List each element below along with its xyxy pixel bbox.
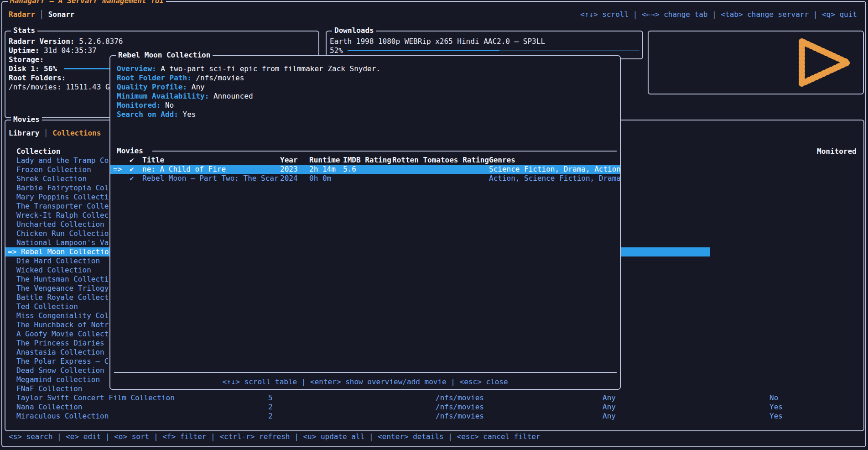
disk-usage-label: Disk 1: 56%	[9, 64, 57, 73]
collection-cell-root-folder: /nfs/movies	[436, 403, 484, 412]
modal-field-label: Monitored:	[117, 101, 161, 110]
collection-row[interactable]: Battle Royale Collect	[16, 293, 109, 302]
collection-row[interactable]: Mary Poppins Collecti	[16, 193, 109, 202]
uptime-value: 31d 04:35:37	[44, 46, 97, 55]
modal-field: Search on Add: Yes	[117, 110, 196, 119]
movies-table-header: Year	[280, 156, 298, 165]
collection-cell-movie-count: 5	[268, 393, 273, 403]
root-folder-value: /nfs/movies: 11511.43 GB	[9, 83, 114, 92]
collection-cell-quality-profile: Any	[603, 403, 616, 412]
collection-row[interactable]: The Vengeance Trilogy	[16, 284, 109, 293]
collection-row[interactable]: A Goofy Movie Collect	[16, 330, 109, 339]
collection-cell-monitored: No	[769, 393, 778, 403]
version-value: 5.2.6.8376	[79, 37, 123, 46]
collection-row[interactable]: Frozen Collection	[16, 165, 91, 174]
movies-tab-divider: │	[39, 129, 52, 137]
modal-field-label: Search on Add:	[117, 110, 178, 119]
modal-field: Minimum Availability: Announced	[117, 92, 253, 101]
collection-row[interactable]: Shrek Collection	[16, 174, 87, 183]
tab-radarr[interactable]: Radarr	[9, 10, 35, 19]
modal-field-value: Announced	[209, 92, 253, 100]
collection-row[interactable]: The Huntsman Collecti	[16, 275, 109, 284]
collection-row[interactable]: Taylor Swift Concert Film Collection	[16, 393, 175, 403]
collection-row[interactable]: National Lampoon's Va	[16, 238, 109, 247]
modal-field-label: Root Folder Path:	[117, 73, 192, 82]
movies-panel-title: Movies	[11, 115, 42, 124]
movies-table-header: Title	[142, 156, 164, 165]
collection-row[interactable]: The Polar Express — C	[16, 357, 109, 366]
collection-row[interactable]: The Hunchback of Notr	[16, 320, 109, 330]
collection-row[interactable]: Wreck-It Ralph Collec	[16, 211, 109, 220]
movie-row-marker: =>	[113, 165, 122, 174]
modal-field: Monitored: No	[117, 101, 174, 110]
collection-row[interactable]: Wicked Collection	[16, 266, 91, 275]
modal-field: Quality Profile: Any	[117, 83, 205, 92]
stats-panel-title: Stats	[11, 26, 37, 35]
tab-sonarr[interactable]: Sonarr	[48, 10, 75, 19]
tab-collections[interactable]: Collections	[52, 129, 101, 137]
modal-movies-section-title: Movies	[117, 147, 143, 156]
modal-field: Root Folder Path: /nfs/movies	[117, 73, 244, 83]
servarr-tabs: Radarr │ Sonarr	[9, 10, 75, 19]
download-item-title: Earth 1998 1080p WEBRip x265 Hindi AAC2.…	[330, 37, 545, 46]
download-gauge-fill	[348, 50, 499, 51]
collection-row[interactable]: The Princess Diaries	[16, 339, 104, 348]
modal-field-value: /nfs/movies	[192, 73, 244, 82]
stat-version: Radarr Version: 5.2.6.8376	[9, 37, 123, 46]
movies-table-header: ✔	[130, 156, 134, 165]
modal-field-value: Yes	[178, 110, 196, 119]
modal-movies-title-rule	[152, 151, 617, 152]
movie-cell-title[interactable]: Rebel Moon — Part Two: The Scar	[142, 174, 279, 183]
collection-cell-root-folder: /nfs/movies	[436, 412, 484, 421]
modal-help: <↑↓> scroll table | <enter> show overvie…	[110, 377, 620, 387]
movie-cell-title[interactable]: ne: A Child of Fire	[142, 165, 226, 174]
movie-cell-check: ✔	[130, 174, 134, 183]
collection-row[interactable]: Miss Congeniality Col	[16, 311, 109, 320]
collection-row[interactable]: Miraculous Collection	[16, 412, 109, 421]
collection-row[interactable]: The Transporter Colle	[16, 202, 109, 211]
managarr-logo-icon	[795, 35, 855, 90]
collection-row[interactable]: Nana Collection	[16, 403, 83, 412]
collection-row[interactable]: Anastasia Collection	[16, 348, 104, 357]
downloads-panel-title: Downloads	[332, 26, 376, 35]
movies-table-header: Rotten Tomatoes Rating	[392, 156, 489, 165]
movie-cell-runtime: 0h 0m	[309, 174, 331, 183]
collection-row[interactable]: Die Hard Collection	[16, 256, 100, 266]
storage-label: Storage:	[9, 55, 44, 64]
tab-divider: │	[35, 10, 48, 19]
collection-details-modal: Rebel Moon Collection Movies <↑↓> scroll…	[109, 55, 621, 390]
collection-row[interactable]: Dead Snow Collection	[16, 366, 104, 375]
collection-row-selected[interactable]: => Rebel Moon Collection	[8, 247, 113, 256]
movies-table-header: Runtime	[309, 156, 340, 165]
modal-field-value: A two-part sci-fi epic from filmmaker Za…	[156, 64, 380, 73]
root-folders-label: Root Folders:	[9, 73, 66, 83]
collection-row[interactable]: FNaF Collection	[16, 384, 83, 393]
global-help: <↑↓> scroll | <←→> change tab | <tab> ch…	[580, 10, 857, 19]
movie-cell-check: ✔	[130, 165, 134, 174]
movie-cell-year: 2024	[280, 174, 298, 183]
tab-library[interactable]: Library	[9, 129, 39, 137]
version-label: Radarr Version:	[9, 37, 75, 46]
collection-row[interactable]: Uncharted Collection	[16, 220, 104, 229]
collection-cell-quality-profile: Any	[603, 412, 616, 421]
collection-cell-root-folder: /nfs/movies	[436, 393, 484, 403]
collection-row[interactable]: Ted Collection	[16, 302, 78, 311]
monitored-column-header: Monitored	[817, 147, 857, 156]
stat-uptime: Uptime: 31d 04:35:37	[9, 46, 97, 55]
collection-row[interactable]: Barbie Fairytopia Col	[16, 183, 109, 193]
modal-field-value: Any	[187, 83, 205, 91]
download-percent: 52%	[330, 46, 343, 55]
collection-row[interactable]: Lady and the Tramp Co	[16, 156, 109, 165]
collection-cell-monitored: Yes	[769, 403, 783, 412]
movies-table-header: Genres	[489, 156, 515, 165]
collection-row[interactable]: Chicken Run Collectio	[16, 229, 109, 238]
app-title: Managarr — A Servarr management TUI	[8, 0, 166, 5]
collection-row[interactable]: Megamind collection	[16, 375, 100, 384]
collection-cell-quality-profile: Any	[603, 393, 616, 403]
movie-cell-runtime: 2h 14m	[309, 165, 336, 174]
collection-column-header: Collection	[16, 147, 60, 156]
movie-cell-imdb: 5.6	[343, 165, 356, 174]
movie-cell-genres: Action, Science Fiction, Drama	[489, 174, 621, 183]
uptime-label: Uptime:	[9, 46, 39, 55]
modal-field-value: No	[161, 101, 174, 110]
